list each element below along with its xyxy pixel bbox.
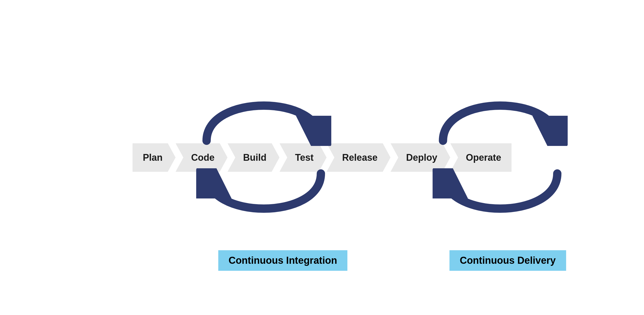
plan-shape: Plan — [132, 143, 176, 172]
step-build: Build — [228, 143, 280, 172]
ci-text: Continuous Integration — [229, 255, 337, 266]
continuous-delivery-label: Continuous Delivery — [449, 250, 566, 271]
arc-top-right — [433, 83, 568, 147]
arc-top-left-svg — [196, 83, 331, 146]
operate-shape: Operate — [450, 143, 512, 172]
release-shape: Release — [327, 143, 390, 172]
step-deploy: Deploy — [390, 143, 450, 172]
operate-label: Operate — [466, 152, 501, 163]
arc-top-right-svg — [433, 83, 568, 146]
step-operate: Operate — [450, 143, 512, 172]
build-shape: Build — [228, 143, 280, 172]
step-release: Release — [327, 143, 390, 172]
diagram-container: Plan Code Build Test Release — [23, 41, 621, 275]
arc-bottom-left-svg — [196, 168, 331, 231]
code-shape: Code — [176, 143, 228, 172]
cd-text: Continuous Delivery — [460, 255, 556, 266]
deploy-label: Deploy — [406, 152, 437, 163]
continuous-integration-label: Continuous Integration — [218, 250, 348, 271]
plan-label: Plan — [143, 152, 163, 163]
build-label: Build — [243, 152, 267, 163]
arc-bottom-right — [433, 168, 568, 232]
step-code: Code — [176, 143, 228, 172]
pipeline-wrapper: Plan Code Build Test Release — [132, 143, 512, 172]
main-wrapper: Plan Code Build Test Release — [36, 54, 608, 262]
code-label: Code — [191, 152, 215, 163]
step-plan: Plan — [132, 143, 176, 172]
test-shape: Test — [280, 143, 327, 172]
release-label: Release — [342, 152, 377, 163]
arc-top-left — [196, 83, 331, 147]
arc-bottom-right-svg — [433, 168, 568, 231]
step-test: Test — [280, 143, 327, 172]
test-label: Test — [295, 152, 314, 163]
deploy-shape: Deploy — [390, 143, 450, 172]
arc-bottom-left — [196, 168, 331, 232]
